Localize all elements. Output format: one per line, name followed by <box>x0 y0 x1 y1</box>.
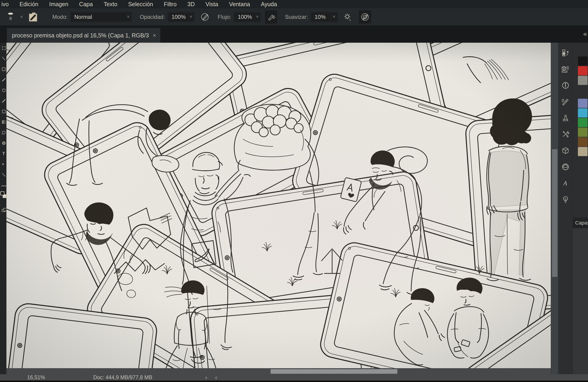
chevron-down-icon: ˅ <box>256 15 259 19</box>
zoom-level-field[interactable]: 16,51% <box>27 374 45 381</box>
color-swatch[interactable] <box>578 128 588 137</box>
chevron-down-icon[interactable]: ˅ <box>20 14 23 20</box>
brush-settings-icon[interactable] <box>558 93 573 110</box>
panel-right-column: Capas <box>573 43 588 374</box>
menu-capa[interactable]: Capa <box>79 1 93 8</box>
horizontal-scrollbar[interactable] <box>6 368 551 374</box>
menu-filtro[interactable]: Filtro <box>164 1 177 8</box>
info-icon[interactable] <box>558 77 573 93</box>
menu-bar: ivo Edición Imagen Capa Texto Selección … <box>0 0 588 8</box>
color-swatch[interactable] <box>578 57 588 66</box>
smoothing-select[interactable]: 10% ˅ <box>311 12 338 22</box>
crop-tool-icon[interactable] <box>0 64 6 74</box>
layers-tab-label: Capas <box>575 220 588 226</box>
main-area: T ••• <box>0 43 588 374</box>
flow-select[interactable]: 100% ˅ <box>234 12 261 22</box>
path-select-tool-icon[interactable] <box>0 159 6 169</box>
horizontal-scrollbar-thumb[interactable] <box>271 369 397 374</box>
gear-icon <box>343 12 352 21</box>
pressure-size-button[interactable] <box>359 11 371 23</box>
color-swatch[interactable] <box>578 108 588 118</box>
menu-edicion[interactable]: Edición <box>20 1 38 8</box>
layers-panel-body <box>573 228 588 374</box>
brush-tool-icon[interactable] <box>0 96 6 106</box>
left-toolbar[interactable]: T ••• <box>0 43 6 374</box>
brush-size-value: 8 <box>9 16 12 21</box>
type-tool-icon[interactable]: T <box>0 148 6 159</box>
pen-pressure-icon <box>201 13 209 21</box>
status-chevron-right-icon[interactable]: › <box>205 374 207 381</box>
smoothing-label: Suavizar: <box>285 14 308 20</box>
healing-tool-icon[interactable] <box>0 85 6 96</box>
ideas-icon[interactable] <box>558 191 573 207</box>
color-swatch[interactable] <box>578 76 588 85</box>
color-swatch[interactable] <box>578 99 588 108</box>
opacity-value: 100% <box>171 14 186 20</box>
chevron-down-icon: ˅ <box>127 15 129 19</box>
status-bar: 16,51% Doc: 444,9 MB/977,8 MB › ‹ <box>0 374 588 381</box>
artwork-illustration <box>6 43 551 368</box>
smoothing-options-button[interactable] <box>341 11 354 23</box>
color-swatch[interactable] <box>578 118 588 127</box>
menu-archivo-cut[interactable]: ivo <box>1 1 9 8</box>
color-swatch[interactable] <box>578 137 588 146</box>
dodge-tool-icon[interactable] <box>0 138 6 148</box>
opacity-label: Opacidad: <box>140 14 165 20</box>
toggle-brush-panel-button[interactable] <box>28 11 39 23</box>
clone-source-icon[interactable] <box>558 110 573 126</box>
flow-value: 100% <box>238 14 252 20</box>
more-tools-icon[interactable]: ••• <box>0 180 6 191</box>
collapse-panels-icon[interactable]: « <box>583 30 586 38</box>
pen-pressure-size-icon <box>361 13 369 21</box>
document-tab-bar: proceso premisa objeto.psd al 16,5% (Cap… <box>0 26 588 43</box>
brush-tip-icon <box>8 13 13 15</box>
tools-icon[interactable] <box>558 126 573 142</box>
lasso-tool-icon[interactable] <box>0 53 6 64</box>
vertical-scrollbar-thumb[interactable] <box>552 149 557 277</box>
marquee-tool-icon[interactable] <box>0 43 6 53</box>
panel-icon-strip: A <box>558 43 573 374</box>
mode-value: Normal <box>74 14 92 20</box>
tool-options-bar: 8 ˅ Modo: Normal ˅ Opacidad: 100% ˅ Fluj… <box>0 8 588 26</box>
menu-imagen[interactable]: Imagen <box>49 1 68 8</box>
tab-layers[interactable]: Capas <box>573 218 588 228</box>
menu-vista[interactable]: Vista <box>206 1 218 8</box>
screen-mode-icon[interactable] <box>0 205 6 216</box>
materials-icon[interactable] <box>558 61 573 77</box>
typekit-icon[interactable]: A <box>558 175 573 191</box>
menu-3d[interactable]: 3D <box>188 1 195 8</box>
creative-cloud-icon[interactable] <box>558 159 573 175</box>
document-tab[interactable]: proceso premisa objeto.psd al 16,5% (Cap… <box>7 28 160 43</box>
menu-ayuda[interactable]: Ayuda <box>261 1 277 8</box>
history-icon[interactable] <box>558 44 573 61</box>
flow-label: Flujo: <box>218 14 231 20</box>
gradient-tool-icon[interactable] <box>0 117 6 127</box>
vertical-scrollbar[interactable] <box>551 43 558 374</box>
chevron-down-icon: ˅ <box>333 15 335 19</box>
foreground-background-swatches[interactable] <box>0 191 6 201</box>
mode-select[interactable]: Normal ˅ <box>70 12 132 22</box>
brush-preset-picker[interactable]: 8 <box>4 13 17 21</box>
chevron-down-icon: ˅ <box>190 15 192 19</box>
status-chevron-left-icon[interactable]: ‹ <box>215 374 217 381</box>
phone-pile <box>6 43 551 368</box>
canvas-area[interactable] <box>6 43 551 374</box>
menu-seleccion[interactable]: Selección <box>128 1 153 8</box>
airbrush-button[interactable] <box>265 11 277 23</box>
menu-ventana[interactable]: Ventana <box>229 1 250 8</box>
eyedropper-tool-icon[interactable] <box>0 74 6 85</box>
hand-tool-icon[interactable] <box>0 169 6 180</box>
close-icon[interactable]: × <box>149 32 156 39</box>
menu-texto[interactable]: Texto <box>104 1 117 8</box>
blur-tool-icon[interactable] <box>0 127 6 138</box>
airbrush-icon <box>267 13 275 21</box>
color-swatch[interactable] <box>578 66 588 75</box>
stamp-tool-icon[interactable] <box>0 106 6 117</box>
pressure-opacity-button[interactable] <box>199 11 211 23</box>
foreground-color-swatch[interactable] <box>0 191 4 195</box>
opacity-select[interactable]: 100% ˅ <box>168 12 195 22</box>
color-swatch[interactable] <box>578 147 588 156</box>
3d-cube-icon[interactable] <box>558 142 573 159</box>
smoothing-value: 10% <box>315 14 326 20</box>
document-title: proceso premisa objeto.psd al 16,5% (Cap… <box>12 32 149 39</box>
